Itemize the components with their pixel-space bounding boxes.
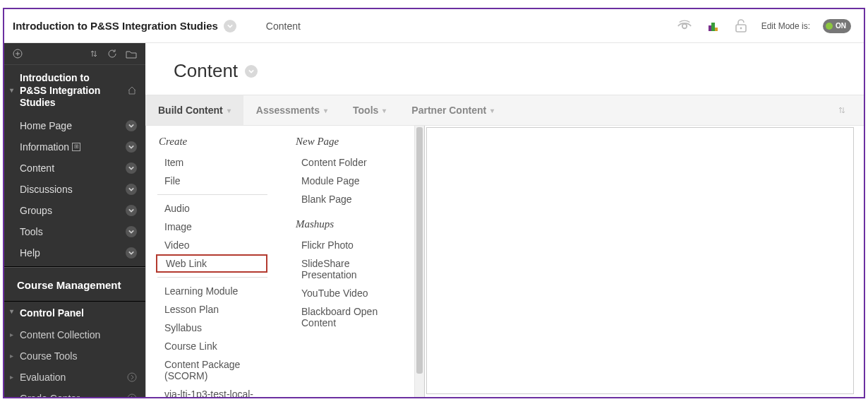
sidebar-item-help[interactable]: Help (4, 242, 145, 263)
menu-item-syllabus[interactable]: Syllabus (155, 319, 277, 337)
reorder-icon[interactable] (89, 49, 99, 59)
action-bar: Build Content ▾ Assessments ▾ Tools ▾ Pa… (145, 95, 864, 126)
menu-column-newpage: New Page Content FolderModule PageBlank … (277, 126, 414, 397)
menu-item-learning-module[interactable]: Learning Module (155, 282, 277, 300)
menu-item-course-link[interactable]: Course Link (155, 337, 277, 355)
tab-assessments[interactable]: Assessments ▾ (243, 95, 340, 125)
sidebar-item-content[interactable]: Content (4, 158, 145, 179)
sidebar-item-label: Tools (20, 226, 43, 237)
refresh-icon[interactable] (107, 49, 117, 59)
sidebar-item-discussions[interactable]: Discussions (4, 179, 145, 200)
chevron-down-icon[interactable] (126, 247, 137, 259)
svg-point-2 (740, 27, 742, 29)
control-panel-item-content-collection[interactable]: ▸Content Collection (4, 324, 145, 345)
page-context-chevron-icon[interactable] (245, 65, 258, 78)
chevron-down-icon[interactable] (126, 162, 137, 174)
control-panel-item-label: Evaluation (20, 372, 66, 383)
sidebar-item-groups[interactable]: Groups (4, 200, 145, 221)
menu-item-lesson-plan[interactable]: Lesson Plan (155, 300, 277, 319)
main-content: Content Build Content ▾ Assessments ▾ To… (145, 43, 864, 397)
breadcrumb[interactable]: Content (266, 20, 301, 32)
page-title: Content (174, 60, 238, 82)
build-content-menu: Create ItemFile AudioImageVideoWeb Link … (145, 126, 425, 397)
control-panel-item-label: Grade Center (20, 393, 80, 398)
chevron-down-icon[interactable] (126, 141, 137, 153)
control-panel-item-course-tools[interactable]: ▸Course Tools (4, 345, 145, 367)
reorder-content-icon[interactable] (837, 105, 847, 115)
course-title: Introduction to P&SS Integration Studies (13, 20, 218, 32)
top-header: Introduction to P&SS Integration Studies… (4, 9, 864, 43)
course-context-chevron-icon[interactable] (224, 20, 236, 32)
menu-item-audio[interactable]: Audio (155, 199, 277, 218)
sidebar-item-label: Discussions (20, 184, 73, 195)
edit-mode-label: Edit Mode is: (761, 21, 810, 31)
folder-view-icon[interactable] (126, 49, 137, 59)
page-title-row: Content (145, 43, 864, 95)
menu-item-flickr-photo[interactable]: Flickr Photo (291, 236, 414, 254)
menu-item-content-folder[interactable]: Content Folder (291, 153, 414, 172)
sidebar-item-information[interactable]: Information⊞ (4, 136, 145, 158)
control-panel-heading[interactable]: ▾ Control Panel (4, 302, 145, 324)
sidebar-item-label: Home Page (20, 120, 72, 131)
chevron-down-icon[interactable] (126, 205, 137, 216)
sidebar-item-label: Groups (20, 205, 52, 216)
course-sidebar: ▾ Introduction to P&SS Integration Studi… (4, 43, 145, 397)
chevron-down-icon[interactable] (126, 226, 137, 237)
menu-heading-new-page: New Page (291, 136, 414, 148)
info-badge-icon: ⊞ (72, 143, 80, 151)
lock-icon[interactable] (733, 18, 749, 34)
menu-item-image[interactable]: Image (155, 218, 277, 236)
add-menu-icon[interactable] (13, 49, 23, 59)
control-panel-item-evaluation[interactable]: ▸Evaluation (4, 367, 145, 388)
sidebar-item-label: Information (20, 141, 69, 153)
ally-report-icon[interactable] (705, 18, 721, 34)
menu-item-web-link[interactable]: Web Link (156, 254, 267, 273)
content-canvas (426, 127, 854, 394)
collapse-caret-icon: ▾ (10, 307, 13, 315)
menu-column-create: Create ItemFile AudioImageVideoWeb Link … (146, 126, 277, 397)
menu-item-module-page[interactable]: Module Page (291, 172, 414, 190)
sidebar-toolbar (4, 43, 145, 65)
chevron-down-icon[interactable] (126, 184, 137, 195)
sidebar-course-heading[interactable]: ▾ Introduction to P&SS Integration Studi… (4, 65, 145, 115)
scrollbar-thumb[interactable] (416, 127, 423, 374)
go-arrow-icon[interactable] (127, 393, 137, 398)
control-panel-item-label: Course Tools (20, 350, 77, 362)
go-arrow-icon[interactable] (127, 372, 137, 382)
menu-item-content-package-scorm-[interactable]: Content Package (SCORM) (155, 355, 277, 385)
tab-build-content[interactable]: Build Content ▾ (145, 95, 243, 125)
sidebar-item-label: Help (20, 247, 40, 259)
menu-scrollbar[interactable] (414, 126, 424, 397)
menu-item-via-lti-1p3-test-local-score[interactable]: via-lti-1p3-test-local-score (155, 385, 277, 397)
student-preview-icon[interactable] (677, 18, 692, 34)
menu-heading-create: Create (155, 136, 277, 148)
edit-mode-toggle[interactable]: ON (823, 19, 851, 33)
home-icon[interactable] (127, 85, 137, 95)
chevron-down-icon[interactable] (126, 120, 137, 131)
expand-caret-icon: ▸ (10, 352, 13, 360)
tab-tools[interactable]: Tools ▾ (340, 95, 399, 125)
sidebar-item-tools[interactable]: Tools (4, 221, 145, 242)
svg-point-0 (682, 23, 686, 28)
menu-heading-mashups: Mashups (291, 218, 414, 230)
menu-item-blank-page[interactable]: Blank Page (291, 190, 414, 208)
menu-item-slideshare-presentation[interactable]: SlideShare Presentation (291, 254, 414, 284)
chevron-down-icon: ▾ (227, 107, 231, 114)
course-management-heading: Course Management (4, 268, 145, 298)
expand-caret-icon: ▸ (10, 394, 13, 397)
chevron-down-icon: ▾ (490, 107, 494, 114)
menu-item-file[interactable]: File (155, 172, 277, 190)
control-panel-item-label: Content Collection (20, 329, 100, 340)
control-panel-item-grade-center[interactable]: ▸Grade Center (4, 388, 145, 398)
sidebar-item-label: Content (20, 162, 54, 174)
expand-caret-icon: ▸ (10, 331, 13, 338)
menu-item-video[interactable]: Video (155, 236, 277, 254)
menu-item-item[interactable]: Item (155, 153, 277, 172)
expand-caret-icon: ▸ (10, 373, 13, 381)
chevron-down-icon: ▾ (382, 107, 386, 114)
tab-partner-content[interactable]: Partner Content ▾ (399, 95, 507, 125)
collapse-caret-icon: ▾ (10, 86, 13, 95)
sidebar-item-home-page[interactable]: Home Page (4, 115, 145, 136)
menu-item-blackboard-open-content[interactable]: Blackboard Open Content (291, 302, 414, 332)
menu-item-youtube-video[interactable]: YouTube Video (291, 284, 414, 302)
